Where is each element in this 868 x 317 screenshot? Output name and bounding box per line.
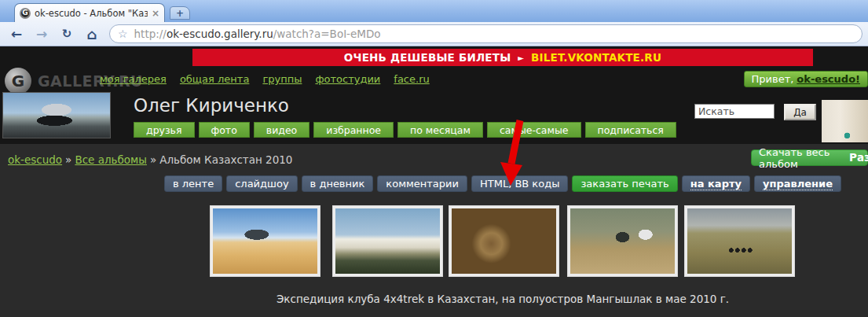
action-in-feed-button[interactable]: в ленте xyxy=(164,175,222,192)
ad-banner-text: ОЧЕНЬ ДЕШЕВЫЕ БИЛЕТЫ xyxy=(344,51,511,64)
nav-link-my-gallery[interactable]: моя галерея xyxy=(100,73,167,85)
user-name: Олег Кириченко xyxy=(134,95,289,116)
nav-link-face-ru[interactable]: face.ru xyxy=(394,73,429,85)
profile-tab-favorites[interactable]: избранное xyxy=(313,122,394,138)
profile-tab-friends[interactable]: друзья xyxy=(134,122,195,138)
thumbnail-image xyxy=(570,208,675,274)
browser-toolbar: ← → ↻ ⌂ ☆ http://ok-escudo.gallery.ru/wa… xyxy=(0,22,868,46)
profile-tab-photo[interactable]: фото xyxy=(199,122,250,138)
search-input[interactable] xyxy=(694,104,775,119)
nav-link-photostudios[interactable]: фотостудии xyxy=(315,73,380,85)
window-frame: G ok-escudo - Альбом "Каза... × + xyxy=(0,0,868,22)
thumbnail-suv-on-sand-dune[interactable] xyxy=(210,205,320,277)
url-domain: ok-escudo.gallery.ru xyxy=(167,28,273,40)
album-content: ok-escudo»Все альбомы»Альбом Казахстан 2… xyxy=(0,144,868,317)
profile-tab-by-month[interactable]: по месяцам xyxy=(397,122,483,138)
action-to-diary-button[interactable]: в дневник xyxy=(302,175,374,192)
breadcrumb-current-album: Альбом Казахстан 2010 xyxy=(159,153,292,166)
ad-banner-link[interactable]: BILET.VKONTAKTE.RU xyxy=(531,51,661,64)
header-nav: моя галерея общая лента группы фотостуди… xyxy=(100,73,430,85)
bookmark-star-icon[interactable]: ☆ xyxy=(118,28,128,40)
tab-title: ok-escudo - Альбом "Каза... xyxy=(35,8,148,19)
thumbnail-white-mesa-mountain[interactable] xyxy=(332,205,443,277)
profile-nav: друзья фото видео избранное по месяцам с… xyxy=(134,122,676,138)
forward-icon[interactable]: → xyxy=(31,24,53,43)
thumbnail-steppe-panorama-with-cars[interactable] xyxy=(684,205,795,277)
action-slideshow-button[interactable]: слайдшоу xyxy=(226,175,297,192)
site-header: G GALLERY.RU моя галерея общая лента гру… xyxy=(0,66,868,92)
tab-close-icon[interactable]: × xyxy=(152,8,159,19)
breadcrumb-separator: » xyxy=(65,153,71,166)
thumbnail-image xyxy=(452,208,556,274)
greeting-username-link[interactable]: ok-escudo! xyxy=(797,73,860,85)
url-scheme: http:// xyxy=(134,28,167,40)
profile-tab-video[interactable]: видео xyxy=(254,122,309,138)
action-manage-label: управление xyxy=(763,178,833,190)
action-comments-button[interactable]: комментарии xyxy=(377,175,467,192)
nav-link-groups[interactable]: группы xyxy=(262,73,302,85)
greeting-prefix: Привет, xyxy=(752,73,794,85)
new-tab-button[interactable]: + xyxy=(170,6,190,20)
ad-pointer-icon: ► xyxy=(518,53,524,62)
reload-icon[interactable]: ↻ xyxy=(56,24,78,43)
action-order-print-button[interactable]: заказать печать xyxy=(572,175,677,192)
album-caption: Экспедиция клуба 4x4trek в Казахстан, на… xyxy=(137,293,868,305)
browser-window: G ok-escudo - Альбом "Каза... × + ← → ↻ … xyxy=(0,0,868,317)
search-submit-button[interactable]: Да xyxy=(784,104,816,120)
ad-banner[interactable]: ОЧЕНЬ ДЕШЕВЫЕ БИЛЕТЫ ► BILET.VKONTAKTE.R… xyxy=(192,49,813,66)
sidebar-ad-image[interactable] xyxy=(822,100,868,142)
home-icon[interactable]: ⌂ xyxy=(81,24,103,43)
back-icon[interactable]: ← xyxy=(5,24,27,43)
breadcrumb: ok-escudo»Все альбомы»Альбом Казахстан 2… xyxy=(8,153,292,166)
user-avatar[interactable] xyxy=(2,92,111,138)
action-manage-button[interactable]: управление xyxy=(754,175,841,192)
url-path: /watch?a=BoI-eMDo xyxy=(273,28,381,40)
nav-link-common-feed[interactable]: общая лента xyxy=(180,73,249,85)
action-to-map-button[interactable]: на карту xyxy=(682,175,750,192)
url-bar[interactable]: ☆ http://ok-escudo.gallery.ru/watch?a=Bo… xyxy=(109,24,863,43)
thumbnail-jeeps-on-rocky-trail[interactable] xyxy=(567,205,678,277)
red-annotation-arrow-icon xyxy=(495,118,529,187)
site-favicon: G xyxy=(20,8,31,19)
url-text[interactable]: http://ok-escudo.gallery.ru/watch?a=BoI-… xyxy=(134,28,381,40)
thumbnail-image xyxy=(687,208,792,274)
search-box: Да xyxy=(694,104,816,120)
greeting-button[interactable]: Привет, ok-escudo! xyxy=(744,71,868,87)
browser-tab[interactable]: G ok-escudo - Альбом "Каза... × xyxy=(14,3,165,22)
thumbnail-image xyxy=(213,208,317,274)
thumbnail-image xyxy=(335,208,440,274)
breadcrumb-user-link[interactable]: ok-escudo xyxy=(8,153,62,166)
thumbnail-round-stone-concretions[interactable] xyxy=(449,205,559,277)
breadcrumb-separator: » xyxy=(150,153,156,166)
gallery-page: ОЧЕНЬ ДЕШЕВЫЕ БИЛЕТЫ ► BILET.VKONTAKTE.R… xyxy=(0,46,868,317)
profile-section: Олег Кириченко друзья фото видео избранн… xyxy=(0,92,868,144)
gallery-logo-icon: G xyxy=(5,68,31,94)
action-to-map-label: на карту xyxy=(690,178,742,190)
share-label-truncated[interactable]: Разм xyxy=(849,151,868,164)
breadcrumb-albums-link[interactable]: Все альбомы xyxy=(75,153,147,166)
profile-tab-subscribe[interactable]: подписаться xyxy=(585,122,676,138)
